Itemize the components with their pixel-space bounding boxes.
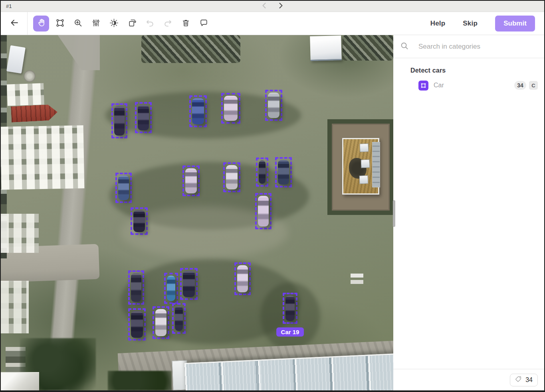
category-item-car[interactable]: Car 34 C	[418, 77, 538, 93]
car-object	[114, 106, 125, 136]
car-object	[175, 306, 183, 331]
redo-button[interactable]	[161, 16, 175, 31]
annotation-bbox[interactable]	[182, 165, 200, 196]
total-count: 34	[525, 376, 533, 384]
trash-icon	[181, 18, 190, 29]
annotation-bbox[interactable]	[164, 273, 178, 304]
back-button[interactable]	[6, 16, 22, 32]
search-icon	[400, 42, 408, 51]
brightness-icon	[109, 18, 119, 29]
sliders-icon	[91, 18, 101, 29]
zoom-in-icon	[73, 18, 83, 29]
annotation-bbox[interactable]	[223, 162, 240, 192]
annotation-bbox[interactable]	[115, 173, 132, 203]
annotation-bbox[interactable]	[256, 158, 268, 187]
car-object	[185, 168, 197, 193]
chevron-left-icon	[262, 2, 266, 10]
annotation-bbox[interactable]	[234, 262, 251, 295]
hand-icon	[37, 18, 46, 29]
car-object	[138, 105, 149, 130]
hand-pan-tool-button[interactable]	[33, 16, 49, 32]
tag-icon	[515, 376, 522, 384]
annotation-bbox[interactable]	[283, 293, 297, 324]
task-title: #1	[6, 3, 12, 9]
canvas-scrollbar-thumb[interactable]	[393, 200, 395, 227]
car-object	[131, 311, 143, 338]
annotation-bbox[interactable]	[128, 270, 144, 305]
annotation-bbox[interactable]	[255, 193, 272, 229]
submit-button[interactable]: Submit	[495, 16, 535, 32]
annotation-app-window: #1	[0, 0, 545, 392]
category-search	[393, 35, 544, 58]
car-object	[258, 196, 269, 227]
bounding-box-tool-button[interactable]	[53, 16, 67, 31]
back-arrow-icon	[10, 18, 19, 28]
redo-icon	[163, 18, 172, 29]
car-object	[131, 273, 141, 302]
category-label: Car	[434, 82, 444, 89]
car-object	[183, 271, 195, 297]
tool-group	[27, 12, 211, 35]
car-object	[118, 175, 129, 200]
undo-button[interactable]	[143, 16, 157, 31]
car-object	[259, 160, 266, 184]
total-annotations-badge: 34	[510, 374, 538, 386]
adjustments-tool-button[interactable]	[89, 16, 103, 31]
annotation-bbox[interactable]	[180, 268, 198, 300]
car-object	[285, 295, 295, 321]
skip-button[interactable]: Skip	[463, 20, 478, 28]
annotation-bbox[interactable]	[131, 207, 148, 235]
car-object	[226, 165, 238, 189]
search-input[interactable]	[418, 43, 530, 51]
annotation-bbox[interactable]	[275, 157, 292, 187]
brightness-tool-button[interactable]	[107, 16, 121, 31]
annotation-canvas[interactable]: Car 19	[1, 35, 393, 390]
annotation-label: Car 19	[276, 327, 304, 337]
car-object	[237, 265, 248, 292]
category-badges: 34 C	[514, 81, 538, 90]
main-area: Car 19 Detect cars Car 34 C	[1, 35, 544, 390]
chevron-right-icon	[279, 2, 283, 10]
category-count-badge: 34	[514, 81, 526, 90]
bounding-box-icon	[55, 18, 65, 29]
toolbar-actions: Help Skip Submit	[430, 16, 544, 32]
top-bar: #1	[1, 1, 544, 12]
annotation-bbox[interactable]	[135, 102, 152, 133]
annotation-bbox[interactable]	[221, 93, 240, 124]
car-object	[192, 98, 204, 124]
car-object	[155, 309, 166, 336]
delete-button[interactable]	[178, 16, 193, 31]
panel-footer: 34	[393, 369, 544, 390]
annotation-bbox[interactable]	[265, 90, 282, 121]
rotate-tool-button[interactable]	[125, 16, 139, 31]
annotation-bbox[interactable]	[111, 103, 127, 138]
car-object	[278, 160, 289, 185]
annotation-bbox[interactable]	[153, 306, 169, 339]
categories-panel: Detect cars Car 34 C 34	[393, 35, 544, 390]
task-navigation	[261, 3, 285, 10]
annotation-bbox[interactable]	[189, 95, 207, 127]
annotation-bbox[interactable]	[128, 308, 146, 341]
car-object	[133, 210, 145, 232]
car-object	[224, 96, 238, 121]
annotation-bbox[interactable]	[172, 303, 186, 334]
comment-bubble-icon	[199, 18, 208, 29]
previous-task-button[interactable]	[261, 3, 268, 10]
zoom-tool-button[interactable]	[71, 16, 85, 31]
bounding-box-category-icon	[418, 81, 428, 91]
car-object	[268, 93, 279, 118]
category-shortcut-badge: C	[529, 81, 538, 90]
next-task-button[interactable]	[277, 3, 285, 10]
undo-icon	[145, 18, 155, 29]
annotation-layer: Car 19	[1, 35, 393, 390]
toolbar: Help Skip Submit	[1, 12, 544, 35]
category-group-title: Detect cars	[410, 67, 544, 74]
help-button[interactable]: Help	[430, 20, 446, 28]
comment-button[interactable]	[196, 16, 211, 31]
car-object	[167, 276, 175, 301]
rotate-icon	[127, 18, 137, 29]
